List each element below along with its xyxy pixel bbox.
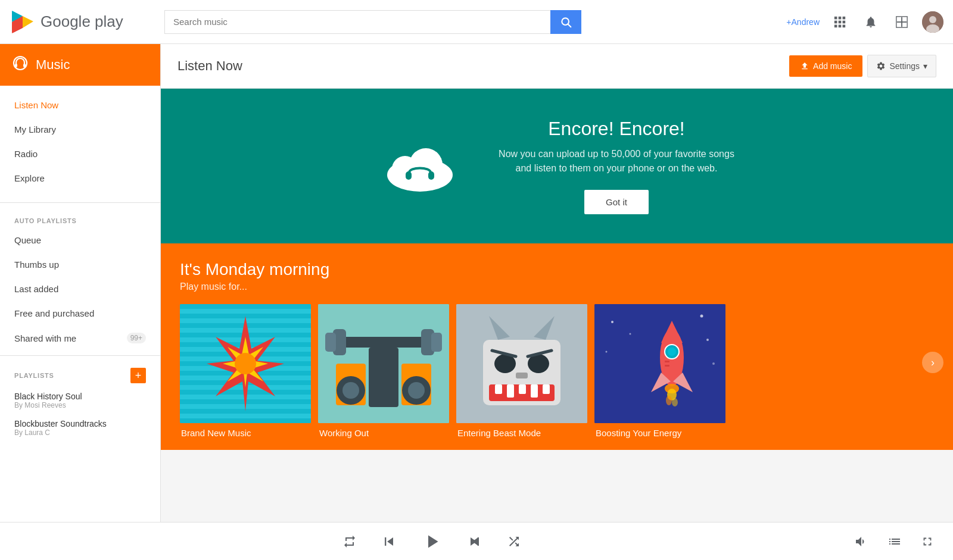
svg-point-77 (700, 315, 703, 318)
svg-rect-17 (897, 21, 907, 23)
google-plus-link[interactable]: +Andrew (786, 17, 820, 27)
repeat-button[interactable] (338, 530, 362, 553)
playlist-blockbuster-soundtracks[interactable]: Blockbuster Soundtracks By Laura C (0, 414, 160, 442)
svg-rect-66 (516, 373, 528, 378)
repeat-icon (342, 534, 357, 549)
svg-rect-69 (507, 384, 514, 398)
nav-item-listen-now[interactable]: Listen Now (0, 93, 160, 117)
svg-rect-31 (180, 304, 311, 309)
queue-button[interactable] (883, 530, 907, 553)
auto-playlist-free-purchased[interactable]: Free and purchased (0, 301, 160, 326)
next-button[interactable] (462, 528, 488, 555)
svg-point-59 (408, 382, 425, 399)
avatar[interactable] (922, 11, 943, 33)
add-button[interactable] (891, 11, 912, 33)
auto-playlist-queue[interactable]: Queue (0, 228, 160, 252)
main-layout: Music Listen Now My Library Radio Explor… (0, 44, 953, 522)
svg-rect-29 (428, 171, 434, 180)
playlist-title: Blockbuster Soundtracks (14, 419, 146, 428)
got-it-button[interactable]: Got it (584, 190, 649, 214)
google-play-logo-icon (10, 9, 36, 35)
divider-2 (0, 355, 160, 356)
shuffle-button[interactable] (502, 530, 526, 553)
previous-button[interactable] (376, 528, 402, 555)
card-brand-new-music[interactable]: Brand New Music (180, 304, 311, 438)
nav-item-radio[interactable]: Radio (0, 142, 160, 166)
add-icon (895, 15, 908, 29)
logo-area: Google play (10, 9, 164, 35)
playlist-black-history-soul[interactable]: Black History Soul By Mosi Reeves (0, 387, 160, 414)
svg-rect-71 (531, 384, 538, 398)
content-area: Listen Now Add music Settings ▾ (161, 44, 953, 522)
notifications-icon (864, 15, 877, 29)
svg-rect-10 (834, 20, 837, 23)
cloud-headphones-icon (378, 132, 462, 198)
app-name: Google play (41, 12, 123, 31)
svg-point-46 (235, 353, 256, 374)
card-beast-mode-image (456, 304, 587, 423)
svg-point-20 (929, 16, 936, 23)
banner-description: Now you can upload up to 50,000 of your … (497, 147, 736, 176)
teal-banner: Encore! Encore! Now you can upload up to… (161, 89, 953, 243)
nav-item-explore[interactable]: Explore (0, 166, 160, 190)
playlists-label: Playlists (14, 372, 54, 379)
svg-rect-68 (495, 384, 502, 394)
auto-playlist-last-added[interactable]: Last added (0, 277, 160, 301)
svg-line-6 (568, 24, 571, 27)
playlist-title: Black History Soul (14, 392, 146, 401)
settings-button[interactable]: Settings ▾ (867, 55, 936, 77)
nav-right: +Andrew (786, 11, 943, 33)
header-actions: Add music Settings ▾ (789, 55, 936, 77)
card-label-energy: Boosting Your Energy (594, 428, 725, 438)
card-energy[interactable]: Boosting Your Energy (594, 304, 725, 438)
search-button[interactable] (550, 10, 581, 34)
card-brand-new-image (180, 304, 311, 423)
svg-rect-43 (180, 418, 311, 423)
expand-icon (921, 535, 934, 548)
svg-point-57 (342, 382, 359, 399)
search-icon (560, 16, 572, 28)
apps-button[interactable] (829, 11, 851, 33)
settings-icon (876, 61, 886, 71)
monday-heading: It's Monday morning (180, 260, 934, 279)
svg-rect-92 (665, 361, 669, 362)
auto-playlist-thumbs-up[interactable]: Thumbs up (0, 252, 160, 277)
playlists-header: Playlists + (0, 361, 160, 387)
nav-item-my-library[interactable]: My Library (0, 117, 160, 142)
player-controls (338, 526, 526, 557)
playlist-subtitle: By Mosi Reeves (14, 401, 146, 409)
shared-badge: 99+ (127, 333, 146, 343)
apps-icon (833, 15, 846, 29)
previous-icon (381, 533, 397, 550)
card-beast-mode[interactable]: Entering Beast Mode (456, 304, 587, 438)
next-arrow-button[interactable]: › (922, 352, 943, 373)
monday-subheading: Play music for... (180, 281, 934, 292)
divider-1 (0, 202, 160, 203)
svg-point-90 (666, 396, 672, 405)
svg-point-81 (712, 362, 715, 365)
expand-button[interactable] (916, 530, 939, 553)
svg-rect-70 (519, 384, 526, 394)
volume-button[interactable] (849, 530, 873, 553)
svg-point-76 (611, 321, 613, 323)
card-working-out[interactable]: Working Out (318, 304, 449, 438)
add-playlist-button[interactable]: + (130, 368, 146, 383)
play-icon (421, 531, 443, 552)
svg-point-80 (606, 351, 608, 353)
music-cards-row: Brand New Music (180, 304, 934, 438)
auto-playlist-shared-with-me[interactable]: Shared with me 99+ (0, 326, 160, 351)
page-title: Listen Now (177, 58, 242, 74)
play-button[interactable] (416, 526, 447, 557)
add-music-button[interactable]: Add music (789, 55, 862, 77)
playlist-subtitle: By Laura C (14, 428, 146, 437)
svg-rect-55 (369, 348, 398, 407)
queue-icon (887, 534, 902, 549)
card-label-brand-new-music: Brand New Music (180, 428, 311, 438)
svg-rect-23 (15, 64, 17, 67)
svg-rect-7 (834, 16, 837, 19)
search-input[interactable] (164, 10, 550, 34)
auto-playlists-label: Auto Playlists (0, 208, 160, 228)
card-working-out-image (318, 304, 449, 423)
svg-rect-24 (23, 64, 26, 67)
notifications-button[interactable] (860, 11, 882, 33)
